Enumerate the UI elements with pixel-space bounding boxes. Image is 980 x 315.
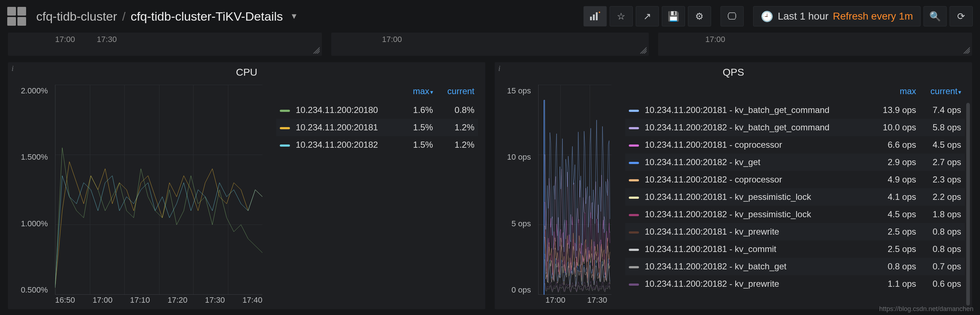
qps-legend[interactable]: max current 10.234.11.200:20181 - kv_bat… bbox=[618, 81, 972, 309]
legend-series-name[interactable]: 10.234.11.200:20182 - kv_get bbox=[625, 154, 872, 171]
legend-row[interactable]: 10.234.11.200:20180 1.6% 0.8% bbox=[276, 101, 478, 119]
axis-tick: 17:00 bbox=[382, 35, 402, 44]
legend-series-name[interactable]: 10.234.11.200:20182 bbox=[276, 136, 404, 154]
resize-handle-icon[interactable] bbox=[963, 47, 970, 54]
legend-header-max[interactable]: max bbox=[872, 84, 920, 101]
legend-header-current[interactable]: current bbox=[920, 84, 965, 101]
breadcrumb[interactable]: cfq-tidb-cluster / cfq-tidb-cluster-TiKV… bbox=[36, 9, 579, 24]
breadcrumb-sep: / bbox=[122, 9, 126, 24]
resize-handle-icon[interactable] bbox=[313, 47, 320, 54]
resize-handle-icon[interactable] bbox=[640, 47, 647, 54]
cpu-graph[interactable]: 2.000% 1.500% 1.000% 0.500% bbox=[8, 81, 269, 309]
legend-row[interactable]: 10.234.11.200:20181 - kv_batch_get_comma… bbox=[625, 101, 965, 119]
legend-series-name[interactable]: 10.234.11.200:20182 - kv_prewrite bbox=[625, 275, 872, 293]
legend-series-name[interactable]: 10.234.11.200:20180 bbox=[276, 101, 404, 119]
legend-row[interactable]: 10.234.11.200:20181 1.5% 1.2% bbox=[276, 119, 478, 136]
legend-series-name[interactable]: 10.234.11.200:20182 - coprocessor bbox=[625, 171, 872, 188]
legend-row[interactable]: 10.234.11.200:20181 - coprocessor 6.6 op… bbox=[625, 136, 965, 154]
share-button[interactable]: ↗ bbox=[636, 6, 659, 27]
save-button[interactable]: 💾 bbox=[662, 6, 685, 27]
legend-series-name[interactable]: 10.234.11.200:20182 - kv_pessimistic_loc… bbox=[625, 206, 872, 223]
x-axis: 17:00 17:30 bbox=[538, 296, 611, 309]
cycle-view-button[interactable]: 🖵 bbox=[721, 6, 744, 27]
series-swatch-icon bbox=[629, 127, 639, 129]
time-range-picker[interactable]: 🕘 Last 1 hour Refresh every 1m bbox=[753, 6, 921, 27]
legend-series-name[interactable]: 10.234.11.200:20181 - kv_batch_get_comma… bbox=[625, 101, 872, 119]
series-swatch-icon bbox=[629, 196, 639, 199]
add-panel-button[interactable] bbox=[584, 6, 607, 27]
legend-series-name[interactable]: 10.234.11.200:20181 - kv_commit bbox=[625, 241, 872, 258]
series-swatch-icon bbox=[280, 127, 290, 129]
cpu-legend[interactable]: max current 10.234.11.200:20180 1.6% 0.8… bbox=[269, 81, 485, 309]
legend-row[interactable]: 10.234.11.200:20182 - coprocessor 4.9 op… bbox=[625, 171, 965, 188]
panel-title: QPS bbox=[495, 62, 972, 81]
legend-series-name[interactable]: 10.234.11.200:20181 - kv_pessimistic_loc… bbox=[625, 188, 872, 206]
legend-header-name[interactable] bbox=[625, 84, 872, 101]
x-tick: 17:30 bbox=[587, 296, 607, 309]
legend-series-name[interactable]: 10.234.11.200:20182 - kv_batch_get bbox=[625, 258, 872, 275]
x-tick: 17:00 bbox=[92, 296, 112, 309]
share-icon: ↗ bbox=[643, 11, 651, 22]
watermark: https://blog.csdn.net/damanchen bbox=[879, 305, 974, 313]
legend-row[interactable]: 10.234.11.200:20182 - kv_pessimistic_loc… bbox=[625, 206, 965, 223]
legend-header-current[interactable]: current bbox=[437, 84, 478, 101]
legend-series-name[interactable]: 10.234.11.200:20181 bbox=[276, 119, 404, 136]
legend-row[interactable]: 10.234.11.200:20181 - kv_commit 2.5 ops … bbox=[625, 241, 965, 258]
gear-icon: ⚙ bbox=[695, 11, 703, 22]
info-icon[interactable]: i bbox=[498, 65, 501, 73]
info-icon[interactable]: i bbox=[11, 65, 14, 73]
legend-max: 2.5 ops bbox=[872, 241, 920, 258]
legend-header-max[interactable]: max bbox=[404, 84, 437, 101]
y-tick: 5 ops bbox=[511, 219, 531, 228]
refresh-interval-label: Refresh every 1m bbox=[833, 11, 913, 22]
legend-max: 10.0 ops bbox=[872, 119, 920, 136]
refresh-button[interactable]: ⟳ bbox=[950, 6, 973, 27]
panel-cpu[interactable]: i CPU 2.000% 1.500% 1.000% 0.500% bbox=[8, 62, 485, 309]
legend-row[interactable]: 10.234.11.200:20182 - kv_get 2.9 ops 2.7… bbox=[625, 154, 965, 171]
legend-series-name[interactable]: 10.234.11.200:20181 - kv_prewrite bbox=[625, 223, 872, 241]
x-tick: 17:10 bbox=[130, 296, 150, 309]
legend-max: 6.6 ops bbox=[872, 136, 920, 154]
legend-series-name[interactable]: 10.234.11.200:20182 - kv_batch_get_comma… bbox=[625, 119, 872, 136]
settings-button[interactable]: ⚙ bbox=[688, 6, 711, 27]
chevron-down-icon[interactable]: ▼ bbox=[290, 11, 298, 21]
y-tick: 10 ops bbox=[507, 152, 531, 162]
panel-qps[interactable]: i QPS 15 ops 10 ops 5 ops 0 ops bbox=[495, 62, 972, 309]
search-icon: 🔍 bbox=[929, 11, 941, 22]
y-axis: 2.000% 1.500% 1.000% 0.500% bbox=[11, 85, 51, 295]
legend-row[interactable]: 10.234.11.200:20182 1.5% 1.2% bbox=[276, 136, 478, 154]
breadcrumb-folder[interactable]: cfq-tidb-cluster bbox=[36, 9, 117, 24]
previous-panel-1[interactable]: 17:00 17:30 bbox=[8, 33, 322, 56]
x-tick: 17:00 bbox=[546, 296, 565, 309]
y-axis: 15 ops 10 ops 5 ops 0 ops bbox=[498, 85, 535, 295]
legend-current: 0.6 ops bbox=[920, 275, 965, 293]
legend-header-name[interactable] bbox=[276, 84, 404, 101]
legend-max: 1.5% bbox=[404, 119, 437, 136]
star-icon: ☆ bbox=[617, 11, 625, 22]
legend-current: 7.4 ops bbox=[920, 101, 965, 119]
legend-row[interactable]: 10.234.11.200:20181 - kv_prewrite 2.5 op… bbox=[625, 223, 965, 241]
legend-current: 2.7 ops bbox=[920, 154, 965, 171]
previous-panel-3[interactable]: 17:00 bbox=[658, 33, 972, 56]
legend-row[interactable]: 10.234.11.200:20181 - kv_pessimistic_loc… bbox=[625, 188, 965, 206]
series-swatch-icon bbox=[629, 110, 639, 112]
qps-graph[interactable]: 15 ops 10 ops 5 ops 0 ops bbox=[495, 81, 618, 309]
legend-series-name[interactable]: 10.234.11.200:20181 - coprocessor bbox=[625, 136, 872, 154]
grafana-logo-icon[interactable] bbox=[7, 7, 26, 26]
legend-max: 4.9 ops bbox=[872, 171, 920, 188]
y-tick: 2.000% bbox=[21, 86, 48, 96]
svg-rect-0 bbox=[590, 17, 592, 20]
dashboard-title[interactable]: cfq-tidb-cluster-TiKV-Details bbox=[130, 9, 283, 24]
series-swatch-icon bbox=[629, 249, 639, 251]
previous-panel-row: 17:00 17:30 17:00 17:00 bbox=[0, 33, 980, 56]
legend-row[interactable]: 10.234.11.200:20182 - kv_prewrite 1.1 op… bbox=[625, 275, 965, 293]
legend-current: 1.2% bbox=[437, 119, 478, 136]
star-button[interactable]: ☆ bbox=[609, 6, 633, 27]
legend-current: 0.7 ops bbox=[920, 258, 965, 275]
legend-row[interactable]: 10.234.11.200:20182 - kv_batch_get_comma… bbox=[625, 119, 965, 136]
series-swatch-icon bbox=[280, 110, 290, 112]
previous-panel-2[interactable]: 17:00 bbox=[331, 33, 649, 56]
legend-max: 13.9 ops bbox=[872, 101, 920, 119]
zoom-out-button[interactable]: 🔍 bbox=[923, 6, 947, 27]
legend-row[interactable]: 10.234.11.200:20182 - kv_batch_get 0.8 o… bbox=[625, 258, 965, 275]
